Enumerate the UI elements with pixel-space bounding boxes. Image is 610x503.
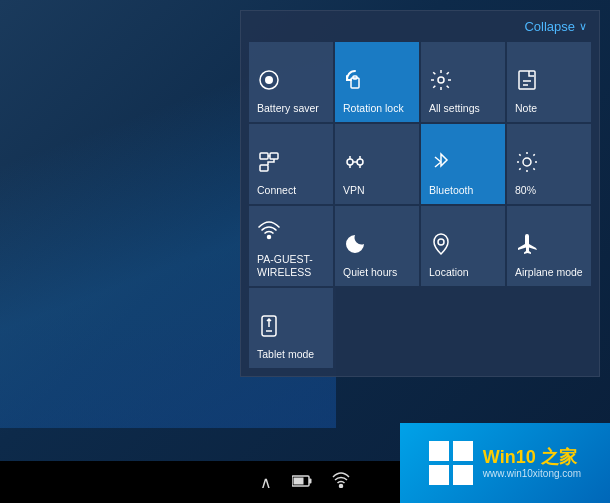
connect-icon <box>257 150 281 178</box>
win10-subtitle: www.win10xitong.com <box>483 468 581 479</box>
svg-rect-22 <box>453 465 473 485</box>
windows-logo <box>429 441 473 485</box>
win10-watermark: Win10 之家 www.win10xitong.com <box>400 423 610 503</box>
tile-location[interactable]: Location <box>421 206 505 286</box>
tile-bluetooth-label: Bluetooth <box>429 184 473 198</box>
chevron-up-icon[interactable]: ∧ <box>260 473 272 492</box>
svg-point-13 <box>438 239 444 245</box>
tile-bluetooth[interactable]: Bluetooth <box>421 124 505 204</box>
bluetooth-icon <box>429 150 453 178</box>
tile-tablet-mode[interactable]: Tablet mode <box>249 288 333 368</box>
battery-saver-icon <box>257 68 281 96</box>
tile-note[interactable]: Note <box>507 42 591 122</box>
all-settings-icon <box>429 68 453 96</box>
tile-all-settings[interactable]: All settings <box>421 42 505 122</box>
tile-all-settings-label: All settings <box>429 102 480 116</box>
svg-rect-21 <box>429 465 449 485</box>
svg-rect-20 <box>453 441 473 461</box>
svg-point-4 <box>438 77 444 83</box>
svg-rect-7 <box>270 153 278 159</box>
tablet-mode-icon <box>257 314 281 342</box>
tile-location-label: Location <box>429 266 469 280</box>
svg-point-1 <box>265 76 273 84</box>
svg-point-11 <box>523 158 531 166</box>
svg-point-9 <box>347 159 353 165</box>
tile-vpn-label: VPN <box>343 184 365 198</box>
win10-title: Win10 之家 <box>483 447 581 469</box>
tile-battery-saver[interactable]: Battery saver <box>249 42 333 122</box>
tile-brightness-label: 80% <box>515 184 536 198</box>
svg-rect-16 <box>309 479 312 484</box>
svg-point-12 <box>268 235 271 238</box>
action-center: Collapse ∨ Battery saver <box>240 10 600 377</box>
svg-rect-17 <box>294 478 304 485</box>
action-center-header: Collapse ∨ <box>241 11 599 38</box>
collapse-button[interactable]: Collapse ∨ <box>524 19 587 34</box>
tile-rotation-lock-label: Rotation lock <box>343 102 404 116</box>
tiles-grid: Battery saver Rotation lock All sett <box>241 38 599 376</box>
tile-airplane-mode[interactable]: Airplane mode <box>507 206 591 286</box>
tile-tablet-mode-label: Tablet mode <box>257 348 314 362</box>
svg-point-10 <box>357 159 363 165</box>
tile-quiet-hours[interactable]: Quiet hours <box>335 206 419 286</box>
tile-connect[interactable]: Connect <box>249 124 333 204</box>
svg-rect-5 <box>519 71 535 89</box>
collapse-label: Collapse <box>524 19 575 34</box>
wifi-taskbar-icon <box>332 472 350 492</box>
svg-rect-8 <box>260 165 268 171</box>
tile-quiet-hours-label: Quiet hours <box>343 266 397 280</box>
location-icon <box>429 232 453 260</box>
battery-taskbar-icon <box>292 473 312 491</box>
vpn-icon <box>343 150 367 178</box>
svg-rect-19 <box>429 441 449 461</box>
tile-wifi[interactable]: PA-GUEST-WIRELESS <box>249 206 333 286</box>
win10-text: Win10 之家 www.win10xitong.com <box>483 447 581 480</box>
brightness-icon <box>515 150 539 178</box>
tile-battery-saver-label: Battery saver <box>257 102 319 116</box>
svg-point-18 <box>340 485 343 488</box>
wifi-icon <box>257 219 281 247</box>
note-icon <box>515 68 539 96</box>
tile-rotation-lock[interactable]: Rotation lock <box>335 42 419 122</box>
chevron-down-icon: ∨ <box>579 20 587 33</box>
rotation-lock-icon <box>343 68 367 96</box>
tile-vpn[interactable]: VPN <box>335 124 419 204</box>
tile-brightness[interactable]: 80% <box>507 124 591 204</box>
tile-wifi-label: PA-GUEST-WIRELESS <box>257 253 325 280</box>
svg-rect-6 <box>260 153 268 159</box>
tile-airplane-mode-label: Airplane mode <box>515 266 583 280</box>
tile-connect-label: Connect <box>257 184 296 198</box>
quiet-hours-icon <box>343 232 367 260</box>
tile-note-label: Note <box>515 102 537 116</box>
airplane-mode-icon <box>515 232 539 260</box>
